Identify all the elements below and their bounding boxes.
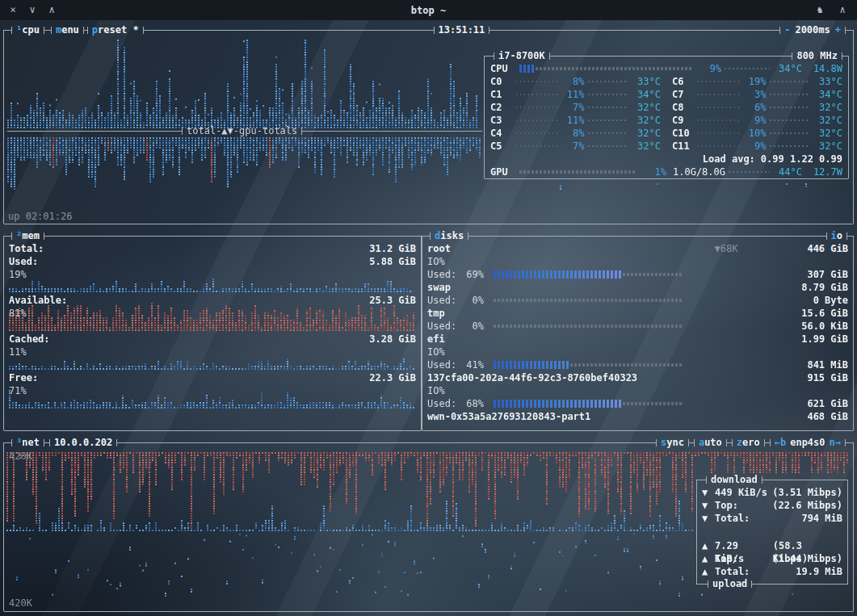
net-interface-switcher[interactable]: ←benp4s0n→ (770, 437, 846, 449)
io-mode-toggle[interactable]: io (826, 230, 847, 242)
direction-arrow-icon: ▼ (702, 486, 715, 499)
core-load-pct: 6% (742, 101, 767, 114)
disk-used-row: Used:68%621 GiB (427, 397, 848, 410)
prev-interface-button[interactable]: ←b (775, 437, 786, 448)
disks-title-text: isks (440, 230, 464, 241)
cpu-core-row: C311%32°C (485, 114, 666, 127)
net-auto-toggle[interactable]: auto (694, 437, 727, 449)
close-icon[interactable]: × (6, 3, 19, 17)
disk-used-value: 56.0 KiB (801, 320, 848, 333)
core-name: C7 (672, 88, 695, 101)
disk-used-value: 307 GiB (807, 268, 848, 281)
disks-box-title[interactable]: disks (430, 230, 468, 242)
net-zero-toggle[interactable]: zero (732, 437, 765, 449)
net-box: ³net 10.0.0.202 sync auto zero ←benp4s0n… (3, 437, 854, 612)
dotted-leader-icon (516, 81, 557, 82)
dotted-leader-icon (516, 132, 557, 134)
net-stat-value: (22.6 Mibps) (772, 499, 842, 512)
download-label: download (706, 474, 762, 486)
core-name: C1 (490, 88, 513, 101)
dotted-leader-icon (725, 68, 770, 69)
net-stat-row: ▼449 KiB/s(3.51 Mibps) (702, 486, 842, 499)
core-temp: 32°C (813, 140, 842, 153)
mem-stat-value: 5.88 GiB (369, 255, 416, 268)
cpu-core-row: C1010%32°C (666, 127, 848, 140)
disks-box-header: disks io (422, 230, 854, 242)
disk-io-row: IO% (427, 346, 848, 358)
disk-size: 15.6 GiB (801, 307, 848, 320)
core-temp: 32°C (632, 114, 661, 127)
disk-name-row: 137cfa00-202a-44f6-92c3-8760bef40323915 … (427, 371, 848, 384)
disk-name-row: tmp15.6 GiB (427, 307, 848, 320)
dotted-leader-icon (698, 145, 739, 147)
net-sync-toggle[interactable]: sync (656, 437, 689, 449)
interval-increase-button[interactable]: + (835, 24, 841, 36)
dotted-leader-icon (588, 81, 629, 82)
disk-used-row: Used:41%841 MiB (427, 358, 848, 371)
mem-title-text: mem (22, 230, 40, 241)
cpu-graph-divider: total-▲▼-gpu-totals (7, 125, 482, 137)
disk-used-value: 841 MiB (807, 358, 848, 371)
cpu-frequency-label: 800 MHz (792, 50, 842, 62)
next-interface-button[interactable]: n→ (830, 437, 841, 448)
btop-window: × ∨ ∧ btop ~ ♞ ∧ ¹cpu menu preset * 13:5… (0, 0, 857, 616)
titlebar: × ∨ ∧ btop ~ ♞ ∧ (0, 0, 857, 20)
interface-name: enp4s0 (790, 437, 825, 448)
net-stat-label: Top: (715, 499, 738, 512)
net-box-title[interactable]: ³net (11, 437, 44, 449)
mem-box-title[interactable]: ²mem (11, 230, 44, 242)
dotted-leader-icon (588, 119, 629, 121)
app-icon[interactable]: ♞ (813, 3, 826, 17)
preset-button[interactable]: preset * (87, 24, 144, 36)
cpu-box-title[interactable]: ¹cpu (11, 24, 44, 36)
core-load-pct: 9% (742, 140, 767, 153)
window-title: btop ~ (0, 5, 857, 16)
disk-used-meter (494, 360, 686, 370)
terminal-area: ¹cpu menu preset * 13:51:11 -2000ms+ tot… (0, 20, 857, 616)
maximize-icon[interactable]: ∧ (45, 3, 58, 17)
net-stat-row: ▲Total:19.9 MiB (702, 565, 842, 578)
core-load-pct: 11% (561, 114, 585, 127)
disk-used-value: 0 Byte (813, 294, 848, 307)
direction-arrow-icon: ▲ (702, 565, 715, 578)
interval-decrease-button[interactable]: - (784, 24, 790, 36)
gpu-power: 12.7W (807, 166, 842, 178)
direction-arrow-icon: ▲ (702, 552, 715, 565)
scroll-top-icon[interactable]: ∧ (836, 3, 849, 17)
disks-box-body: root▼68K446 GiBIO%Used:69%307 GiBswap8.7… (422, 242, 853, 430)
core-name: C3 (490, 114, 513, 127)
mem-stat-value: 25.3 GiB (369, 294, 416, 307)
cpu-stats-panel: i7-8700K 800 MHz CPU 9% 34°C 1 (484, 50, 849, 179)
core-load-pct: 9% (742, 114, 767, 127)
dotted-leader-icon (516, 119, 557, 121)
cpu-core-row: C57%32°C (485, 140, 666, 153)
mem-entry: Used:5.88 GiB19% (9, 255, 416, 294)
minimize-icon[interactable]: ∨ (26, 3, 39, 17)
dotted-leader-icon (698, 107, 739, 108)
mem-stat-value: 3.28 GiB (369, 333, 416, 346)
net-ip-label: 10.0.0.202 (49, 437, 117, 449)
disk-io-row: IO% (427, 255, 848, 268)
cpu-core-row: C619%33°C (666, 75, 848, 88)
disk-name-row: root▼68K446 GiB (427, 242, 848, 255)
cpu-graph-mode-label[interactable]: total-▲▼-gpu-totals (182, 125, 302, 137)
disk-name: tmp (427, 307, 445, 320)
dotted-leader-icon (698, 81, 739, 82)
dotted-leader-icon (516, 107, 557, 108)
disk-io-label: IO% (427, 255, 445, 268)
io-hotkey: i (831, 230, 837, 241)
net-box-body: 420K 420K download ▼449 KiB/s(3.51 Mibps… (4, 449, 853, 611)
disk-used-label: Used: (427, 397, 460, 410)
cpu-title-text: cpu (22, 24, 40, 36)
net-stat-value: (3.51 Mibps) (772, 486, 842, 499)
load-average-value: 0.99 1.22 0.99 (761, 153, 842, 166)
core-name: C9 (672, 114, 695, 127)
menu-button[interactable]: menu (51, 24, 84, 36)
cpu-total-pct: 9% (697, 62, 721, 75)
net-stat-value: 19.9 MiB (796, 565, 842, 578)
dotted-leader-icon (729, 171, 770, 173)
disk-used-meter (494, 399, 686, 409)
cpu-core-row: C86%32°C (666, 101, 848, 114)
net-stat-label: 7.29 KiB/s (715, 539, 773, 552)
update-interval-control[interactable]: -2000ms+ (779, 24, 846, 36)
